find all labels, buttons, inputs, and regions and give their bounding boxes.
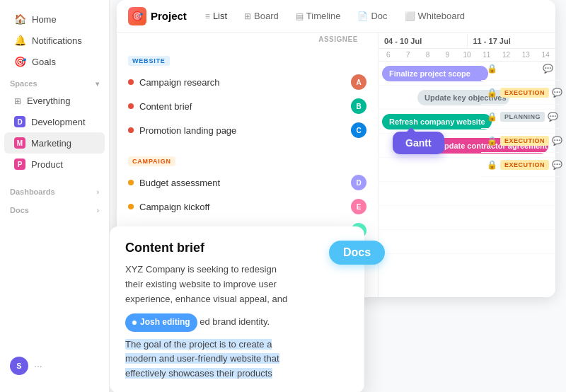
- home-icon: 🏠: [14, 13, 26, 25]
- main-area: 🎯 Project ≡ List ⊞ Board ▤ Timeline 📄 Do…: [110, 0, 566, 392]
- user-menu-dots: ···: [34, 360, 42, 371]
- sidebar-item-notifications[interactable]: 🔔 Notifications: [4, 30, 105, 51]
- timeline-icon: ▤: [296, 11, 304, 21]
- comment-icon-4: 💬: [552, 136, 562, 146]
- project-title: Project: [151, 10, 187, 22]
- chevron-down-icon: ▾: [96, 80, 99, 88]
- status-row-1: 🔒 💬: [481, 57, 559, 81]
- campaign-section-header: CAMPAIGN: [117, 146, 378, 171]
- campaign-badge: CAMPAIGN: [128, 156, 175, 166]
- status-row-5: 🔒 EXECUTION 💬: [481, 153, 559, 177]
- tab-whiteboard[interactable]: ⬜ Whiteboard: [398, 8, 472, 24]
- task-bullet: [128, 180, 134, 185]
- gantt-bar-refresh-website[interactable]: Refresh company website: [382, 114, 492, 129]
- board-icon: ⊞: [244, 11, 251, 21]
- docs-popup: Content brief XYZ Company is seeking to …: [110, 226, 364, 392]
- day-8: 8: [418, 49, 438, 61]
- marketing-dot: M: [14, 137, 25, 149]
- gantt-row-7: [379, 206, 555, 230]
- development-dot: D: [14, 116, 25, 127]
- chevron-right-icon-2: ›: [97, 207, 99, 214]
- status-badge-execution-2: EXECUTION: [500, 136, 549, 146]
- spaces-section: Spaces ▾: [0, 72, 109, 91]
- docs-bubble: Docs: [329, 241, 385, 265]
- table-row[interactable]: Campaign research A: [117, 70, 378, 94]
- lock-icon-3: 🔒: [487, 112, 497, 122]
- project-header: 🎯 Project ≡ List ⊞ Board ▤ Timeline 📄 Do…: [117, 0, 555, 33]
- task-bullet: [128, 79, 134, 85]
- gantt-row-8: [379, 230, 555, 254]
- comment-icon-3: 💬: [548, 112, 558, 122]
- status-badge-planning: PLANNING: [500, 112, 545, 122]
- user-profile[interactable]: S ···: [0, 348, 109, 384]
- sidebar-item-home[interactable]: 🏠 Home: [4, 8, 105, 30]
- whiteboard-icon: ⬜: [405, 11, 415, 21]
- avatar: C: [351, 122, 366, 138]
- day-6: 6: [379, 49, 398, 61]
- tab-doc[interactable]: 📄 Doc: [350, 8, 394, 24]
- goals-icon: 🎯: [14, 56, 26, 67]
- doc-icon: 📄: [357, 11, 368, 21]
- website-badge: WEBSITE: [128, 56, 170, 66]
- task-bullet: [128, 103, 134, 109]
- grid-icon: ⊞: [14, 96, 21, 106]
- chevron-right-icon: ›: [97, 188, 99, 196]
- lock-icon-2: 🔒: [487, 88, 497, 98]
- list-icon: ≡: [205, 11, 210, 21]
- docs-popup-title: Content brief: [125, 241, 349, 255]
- dashboards-section: Dashboards ›: [0, 180, 109, 199]
- docs-highlighted-text: The goal of the project is to create a m…: [125, 339, 279, 379]
- tab-timeline[interactable]: ▤ Timeline: [289, 8, 348, 24]
- week-1-header: 04 - 10 Jul: [379, 34, 468, 48]
- comment-icon: 💬: [543, 64, 553, 74]
- week-2-header: 11 - 17 Jul: [468, 34, 556, 48]
- status-badge-execution-1: EXECUTION: [500, 88, 549, 98]
- avatar: D: [351, 175, 366, 190]
- docs-popup-body: XYZ Company is seeking to redesign their…: [125, 263, 349, 381]
- day-9: 9: [437, 49, 457, 61]
- lock-icon-5: 🔒: [487, 160, 497, 170]
- lock-icon: 🔒: [487, 64, 497, 74]
- avatar: A: [351, 74, 366, 90]
- sidebar-item-product[interactable]: P Product: [4, 154, 105, 175]
- task-bullet: [128, 204, 134, 209]
- lock-icon-4: 🔒: [487, 136, 497, 146]
- table-row[interactable]: Campaign kickoff E: [117, 195, 378, 219]
- docs-section: Docs ›: [0, 199, 109, 217]
- comment-icon-2: 💬: [552, 88, 562, 98]
- table-row[interactable]: Content brief B: [117, 94, 378, 118]
- avatar: E: [351, 199, 366, 214]
- day-10: 10: [457, 49, 477, 61]
- avatar: S: [10, 357, 28, 375]
- website-section-header: WEBSITE: [117, 46, 378, 70]
- day-7: 7: [398, 49, 418, 61]
- table-row[interactable]: Budget assessment D: [117, 171, 378, 195]
- avatar: B: [351, 98, 366, 114]
- editor-tag: Josh editing: [125, 313, 197, 331]
- task-bullet: [128, 127, 134, 133]
- status-row-3: 🔒 PLANNING 💬: [481, 105, 559, 129]
- bell-icon: 🔔: [14, 35, 26, 46]
- tab-board[interactable]: ⊞ Board: [237, 8, 286, 24]
- gantt-bar-finalize[interactable]: Finalize project scope: [382, 66, 488, 81]
- comment-icon-5: 💬: [552, 160, 562, 170]
- table-row[interactable]: Promotion landing page C: [117, 118, 378, 142]
- editor-dot: [132, 321, 137, 325]
- status-row-4: 🔒 EXECUTION 💬: [481, 129, 559, 153]
- status-column: 🔒 💬 🔒 EXECUTION 💬 🔒 PLANNING 💬 🔒 EXECUTI…: [481, 57, 559, 177]
- status-row-2: 🔒 EXECUTION 💬: [481, 81, 559, 105]
- sidebar-item-goals[interactable]: 🎯 Goals: [4, 51, 105, 72]
- sidebar-item-development[interactable]: D Development: [4, 111, 105, 132]
- gantt-tooltip: Gantt: [393, 132, 444, 154]
- product-dot: P: [14, 158, 25, 170]
- tab-list[interactable]: ≡ List: [198, 8, 234, 24]
- sidebar-item-everything[interactable]: ⊞ Everything: [4, 91, 105, 111]
- gantt-row-6: [379, 182, 555, 206]
- project-icon: 🎯: [128, 7, 146, 25]
- status-badge-execution-3: EXECUTION: [500, 160, 549, 170]
- sidebar-item-marketing[interactable]: M Marketing: [4, 132, 105, 154]
- column-header: ASSIGNEE: [117, 33, 378, 46]
- sidebar: 🏠 Home 🔔 Notifications 🎯 Goals Spaces ▾ …: [0, 0, 110, 392]
